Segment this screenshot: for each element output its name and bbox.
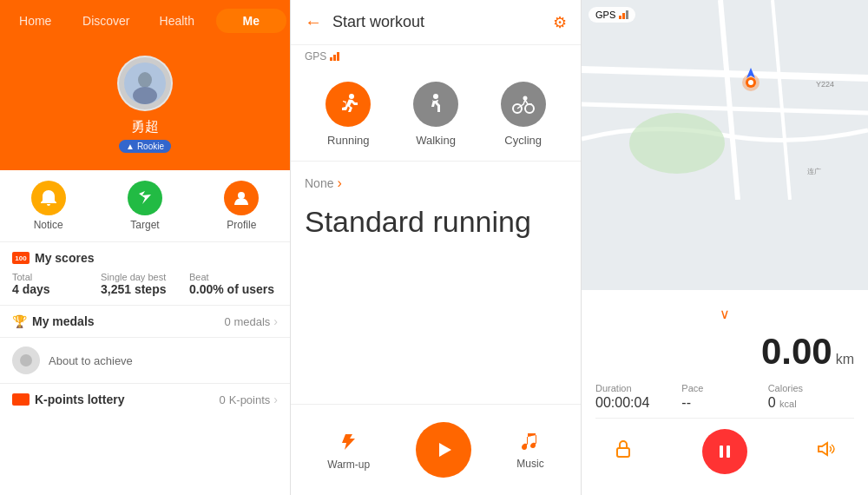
rookie-badge: ▲ Rookie — [119, 140, 171, 153]
badge-label: Rookie — [137, 142, 164, 151]
calories-label: Calories — [768, 383, 854, 393]
action-target[interactable]: Target — [96, 181, 193, 231]
calories-value: 0 kcal — [768, 395, 854, 411]
workout-name-section: Standard running — [291, 205, 581, 256]
kpoints-title: K-points lottery — [12, 393, 219, 406]
nav-health[interactable]: Health — [141, 3, 213, 38]
distance-row: 0.00 km — [595, 327, 854, 376]
medals-title: 🏆 My medals — [12, 314, 225, 328]
my-scores-section: 100 My scores Total 4 days Single day be… — [0, 242, 290, 306]
medals-icon: 🏆 — [12, 314, 27, 328]
scores-title: 100 My scores — [12, 251, 278, 265]
scores-label: My scores — [35, 251, 94, 265]
single-value: 3,251 steps — [101, 282, 189, 296]
gps-bar-3 — [626, 10, 628, 19]
workout-running[interactable]: Running — [305, 82, 392, 147]
svg-point-3 — [238, 192, 245, 199]
score-total: Total 4 days — [12, 272, 101, 296]
cycling-label: Cycling — [504, 134, 542, 147]
nav-discover[interactable]: Discover — [71, 3, 142, 38]
kpoints-value: 0 — [219, 393, 225, 406]
action-notice[interactable]: Notice — [0, 181, 96, 231]
workout-data: ∨ 0.00 km Duration 00:00:04 Pace -- Calo… — [582, 290, 868, 495]
pace-label: Pace — [681, 383, 767, 393]
play-button[interactable] — [416, 422, 471, 478]
stat-pace: Pace -- — [681, 383, 767, 411]
workout-title: Start workout — [332, 13, 553, 31]
svg-marker-10 — [439, 443, 451, 457]
svg-text:连广: 连广 — [807, 168, 821, 175]
gps-bar-1 — [619, 16, 621, 19]
kpoints-label: K-points lottery — [35, 393, 124, 406]
workout-mode[interactable]: None › — [291, 162, 581, 205]
total-label: Total — [12, 272, 101, 282]
gps-status-bar: GPS — [589, 7, 635, 23]
duration-label: Duration — [595, 383, 681, 393]
walking-icon-bg — [413, 82, 458, 127]
distance-value: 0.00 — [761, 331, 832, 373]
left-panel: Home Discover Health Me 勇超 ▲ Rookie Noti… — [0, 0, 291, 495]
workout-cycling[interactable]: Cycling — [479, 82, 567, 147]
warmup-label: Warm-up — [327, 459, 370, 471]
stat-calories: Calories 0 kcal — [768, 383, 854, 411]
lock-icon[interactable] — [613, 439, 634, 465]
score-beat: Beat 0.00% of users — [189, 272, 278, 296]
svg-point-2 — [133, 87, 157, 104]
music-label: Music — [516, 458, 543, 470]
svg-point-16 — [629, 113, 725, 174]
action-profile[interactable]: Profile — [194, 181, 290, 231]
quick-actions: Notice Target Profile — [0, 170, 290, 242]
profile-label: Profile — [227, 219, 256, 231]
mode-chevron: › — [337, 175, 341, 191]
signal-bar-2 — [333, 55, 336, 61]
duration-value: 00:00:04 — [595, 395, 681, 411]
stat-duration: Duration 00:00:04 — [595, 383, 681, 411]
kpoints-unit: K-points — [229, 393, 271, 406]
scores-icon: 100 — [12, 252, 30, 264]
medals-label: My medals — [32, 314, 95, 328]
music-control[interactable]: Music — [516, 430, 543, 470]
kpoints-row[interactable]: K-points lottery 0 K-points › — [0, 384, 290, 415]
workout-name-text: Standard running — [305, 205, 567, 239]
gps-label: GPS — [305, 50, 326, 63]
gps-signal — [619, 10, 628, 19]
warmup-control[interactable]: Warm-up — [327, 429, 370, 471]
svg-point-6 — [433, 94, 438, 99]
pace-value: -- — [681, 395, 767, 411]
beat-label: Beat — [189, 272, 278, 282]
walking-label: Walking — [416, 134, 456, 147]
workout-bottom-controls — [595, 419, 854, 485]
signal-bar-3 — [337, 52, 339, 61]
settings-button[interactable]: ⚙ — [553, 13, 567, 32]
stats-row: Duration 00:00:04 Pace -- Calories 0 kca… — [595, 376, 854, 419]
my-medals-row[interactable]: 🏆 My medals 0 medals › — [0, 306, 290, 338]
workout-walking[interactable]: Walking — [392, 82, 480, 147]
target-icon-bg — [128, 181, 162, 215]
svg-point-8 — [525, 104, 534, 113]
single-label: Single day best — [101, 272, 189, 282]
workout-header: ← Start workout ⚙ — [291, 0, 581, 45]
back-button[interactable]: ← — [305, 12, 322, 32]
svg-point-1 — [138, 72, 152, 88]
avatar[interactable] — [117, 56, 173, 111]
running-icon-bg — [326, 82, 371, 127]
profile-section: 勇超 ▲ Rookie — [0, 42, 290, 170]
medals-chevron: › — [273, 314, 278, 328]
svg-marker-26 — [819, 443, 827, 455]
nav-home[interactable]: Home — [0, 3, 71, 38]
pause-button[interactable] — [702, 429, 747, 474]
sound-icon[interactable] — [816, 439, 837, 465]
svg-text:Y224: Y224 — [816, 80, 834, 89]
nav-me[interactable]: Me — [216, 9, 287, 33]
svg-rect-24 — [720, 446, 723, 458]
chevron-down-icon[interactable]: ∨ — [595, 300, 854, 327]
signal-bar-1 — [330, 57, 332, 61]
right-panel: Y224 连广 GPS ∨ 0.00 km Duration — [582, 0, 868, 495]
svg-rect-25 — [727, 446, 730, 458]
mode-label: None — [305, 176, 333, 190]
svg-point-21 — [748, 80, 753, 85]
notice-icon-bg — [31, 181, 66, 215]
distance-unit: km — [836, 352, 854, 367]
achieve-text: About to achieve — [49, 354, 133, 367]
gps-bar: GPS — [291, 45, 581, 68]
